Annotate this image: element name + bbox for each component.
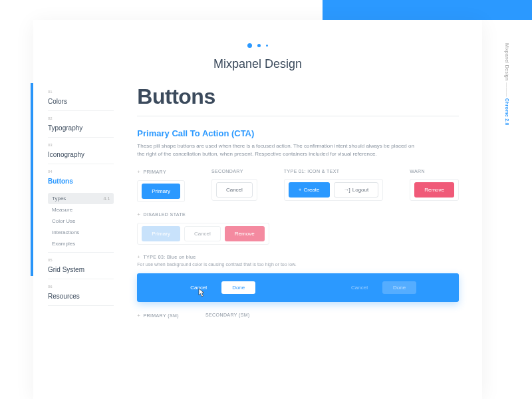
page-title: Mixpanel Design (33, 57, 482, 71)
done-button[interactable]: Done (221, 281, 255, 294)
label-primary: +PRIMARY (137, 169, 185, 175)
label-type03: +TYPE 03: Blue on blue (137, 254, 459, 260)
label-secondary: SECONDARY (211, 169, 257, 174)
sidebar-subitems: Types 4.1 Measure Color Use Interactions… (48, 190, 114, 252)
sub-item-types[interactable]: Types 4.1 (48, 193, 114, 204)
plus-icon: + (137, 169, 140, 175)
container: Remove (410, 179, 459, 201)
dot-icon (266, 45, 268, 47)
remove-button[interactable]: Remove (414, 182, 454, 198)
logout-icon: →] (344, 187, 350, 193)
top-accent (323, 0, 532, 20)
right-rail: Mixpanel Design ——— Chrome 2.0 (482, 20, 532, 399)
divider (137, 116, 459, 116)
heading-h1: Buttons (137, 84, 459, 109)
main-card: Mixpanel Design 01 Colors 02 Typography … (33, 20, 482, 399)
plus-icon: + (137, 211, 140, 217)
sub-item-color-use[interactable]: Color Use (48, 215, 114, 227)
sub-item-examples[interactable]: Examples (48, 238, 114, 249)
cancel-button[interactable]: Cancel (216, 182, 253, 198)
label-type01: TYPE 01: Icon & Text (284, 169, 383, 174)
heading-h2: Primary Call To Action (CTA) (137, 128, 459, 138)
label-warn: WARN (410, 169, 459, 174)
label-secondary-sm: SECONDARY (SM) (205, 313, 250, 317)
remove-disabled-button: Remove (225, 226, 265, 241)
dots-indicator (33, 20, 482, 48)
container: +Create →]Logout (284, 179, 383, 201)
rail-version: Chrome 2.0 (505, 98, 509, 126)
cancel-button-dim[interactable]: Cancel (340, 281, 378, 294)
plus-icon: + (137, 254, 140, 260)
button-row-1: +PRIMARY Primary SECONDARY Cancel TYPE 0… (137, 169, 459, 202)
primary-disabled-button: Primary (142, 226, 180, 241)
button-row-disabled: +DISABLED STATE Primary Cancel Remove (137, 211, 459, 245)
sidebar-item-buttons[interactable]: 04 Buttons (48, 164, 114, 190)
container: Primary (137, 180, 185, 202)
sidebar-item-colors[interactable]: 01 Colors (48, 84, 114, 111)
label-disabled: +DISABLED STATE (137, 211, 269, 217)
button-row-sm: +PRIMARY (SM) SECONDARY (SM) (137, 313, 459, 324)
type3-section: +TYPE 03: Blue on blue For use when back… (137, 254, 459, 302)
sidebar: 01 Colors 02 Typography 03 Iconography 0… (33, 84, 120, 333)
dot-icon (247, 43, 252, 48)
sidebar-item-typography[interactable]: 02 Typography (48, 111, 114, 138)
content: Buttons Primary Call To Action (CTA) The… (120, 84, 482, 333)
sidebar-item-iconography[interactable]: 03 Iconography (48, 138, 114, 164)
cancel-button[interactable]: Cancel (180, 281, 217, 294)
cancel-disabled-button: Cancel (184, 226, 221, 241)
logout-button[interactable]: →]Logout (334, 182, 379, 198)
sidebar-item-grid[interactable]: 05 Grid System (48, 252, 114, 279)
container: Cancel (211, 179, 257, 201)
sub-item-interactions[interactable]: Interactions (48, 227, 114, 238)
dot-icon (257, 44, 261, 47)
plus-icon: + (137, 313, 140, 319)
sidebar-item-resources[interactable]: 06 Resources (48, 279, 114, 306)
done-button-dim[interactable]: Done (382, 281, 416, 294)
create-button[interactable]: +Create (289, 182, 330, 198)
description: These pill shape buttons are used when t… (137, 142, 416, 158)
rail-brand: Mixpanel Design (505, 43, 509, 80)
plus-icon: + (299, 187, 302, 193)
rail-text: Mixpanel Design ——— Chrome 2.0 (505, 43, 509, 126)
blue-bar: Cancel Done Cancel Done (137, 273, 459, 302)
sub-item-measure[interactable]: Measure (48, 204, 114, 215)
rail-dash: ——— (505, 82, 509, 97)
label-primary-sm: +PRIMARY (SM) (137, 313, 179, 319)
container: Primary Cancel Remove (137, 223, 269, 245)
type03-sublabel: For use when background color is causing… (137, 262, 459, 267)
primary-button[interactable]: Primary (142, 184, 180, 199)
